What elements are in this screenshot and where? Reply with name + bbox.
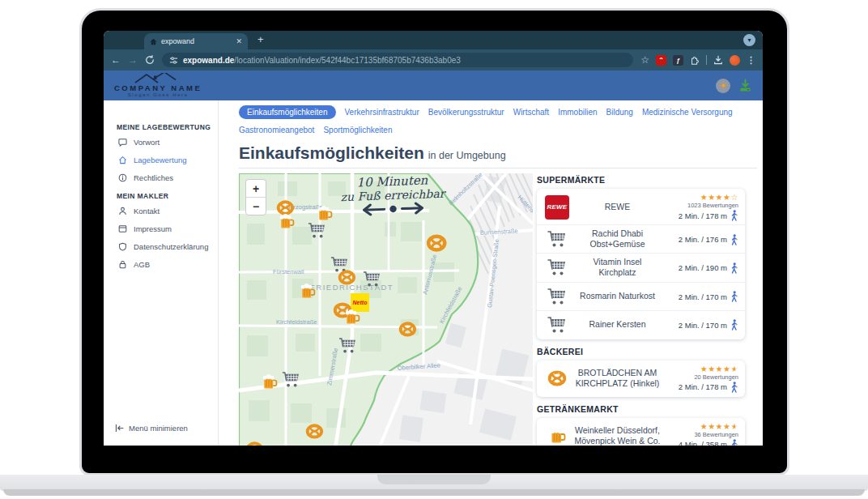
forward-icon[interactable]: → [128, 55, 138, 65]
poi-row-brotl-dchen-am-kirchplatz-hinkel[interactable]: BROTLÄDCHEN AM KIRCHPLATZ (Hinkel)★★★★★2… [537, 361, 745, 396]
pretzel-icon [547, 369, 567, 387]
downloads-icon[interactable] [713, 55, 723, 65]
refresh-icon[interactable] [145, 55, 155, 65]
sidebar-item-label: Lagebewertung [134, 156, 187, 164]
walking-person-icon [730, 262, 738, 274]
sidebar-item-label: AGB [134, 260, 150, 269]
poi-icon-cell [543, 230, 571, 248]
sidebar-item-label: Impressum [134, 224, 172, 233]
poi-meta: 2 Min. / 190 m [664, 262, 738, 274]
sidebar-item-label: Datenschutzerklärung [134, 242, 208, 251]
poi-row-rachid-dhabi-obst-gem-se[interactable]: Rachid Dhabi Obst+Gemüse2 Min. / 176 m [537, 224, 745, 253]
sidebar-item-label: Vorwort [134, 138, 160, 147]
poi-distance: 2 Min. / 178 m [664, 210, 738, 221]
back-icon[interactable]: ← [111, 55, 121, 65]
site-settings-icon[interactable] [169, 56, 178, 65]
tab-bev-lkerungsstruktur[interactable]: Bevölkerungsstruktur [428, 106, 504, 118]
home-icon [118, 156, 127, 164]
poi-reviews: 20 Bewertungen [664, 373, 738, 381]
export-download-button[interactable] [738, 79, 752, 92]
map-zoom-in-button[interactable]: + [246, 180, 266, 198]
toolbar-divider [706, 55, 707, 65]
tab-title: expowand [161, 37, 232, 45]
sidebar-item-datenschutzerkl-rung[interactable]: Datenschutzerklärung [118, 242, 218, 251]
double-arrow-icon [362, 202, 424, 217]
tab-bildung[interactable]: Bildung [606, 106, 633, 118]
minimize-menu-button[interactable]: Menü minimieren [115, 424, 188, 433]
sidebar-section-title: MEIN MAKLER [117, 192, 218, 200]
tab-search-chevron-icon[interactable]: ▾ [743, 34, 755, 46]
browser-window: expowand ✕ + ▾ ← → expowand.de/locationV… [104, 31, 763, 446]
company-name: COMPANY NAME [114, 84, 202, 92]
sidebar: MEINE LAGEBEWERTUNGVorwortLagebewertungR… [104, 100, 219, 446]
poi-distance: 2 Min. / 190 m [664, 262, 738, 274]
netto-marker: Netto [351, 293, 369, 312]
poi-meta: 2 Min. / 176 m [664, 233, 738, 245]
favicon-home-icon [150, 38, 157, 45]
tab-wirtschaft[interactable]: Wirtschaft [513, 106, 549, 118]
poi-name: Rainer Kersten [571, 319, 664, 330]
sidebar-item-lagebewertung[interactable]: Lagebewertung [118, 156, 218, 164]
poi-meta: ★★★★★36 Bewertungen4 Min. / 358 m [664, 422, 738, 446]
sidebar-item-impressum[interactable]: Impressum [118, 224, 218, 233]
toolbar-right: ☆ ⌃ ƒ ⋮ [640, 55, 755, 66]
district-label: FRIEDRICHSTADT [310, 283, 394, 292]
tab-einkaufsm-glichkeiten[interactable]: Einkaufsmöglichkeiten [239, 105, 336, 119]
bookmark-star-icon[interactable]: ☆ [640, 55, 649, 65]
poi-meta: 2 Min. / 170 m [664, 290, 738, 302]
main-content: EinkaufsmöglichkeitenVerkehrsinfrastrukt… [219, 100, 763, 446]
poi-card: REWEREWE★★★★☆1023 Bewertungen2 Min. / 17… [537, 189, 745, 339]
tab-medizinische-versorgung[interactable]: Medizinische Versorgung [642, 106, 733, 118]
poi-row-weinkeller-d-sseldorf-m-venpick-wein-co[interactable]: Weinkeller Düsseldorf, Mövenpick Wein & … [537, 419, 745, 446]
sidebar-item-vorwort[interactable]: Vorwort [118, 138, 218, 147]
poi-section-title-getr-nkemarkt: GETRÄNKEMARKT [537, 404, 745, 414]
walk-time-annotation: 10 Minuten zu Fuß erreichbar [319, 173, 466, 221]
poi-meta: ★★★★★20 Bewertungen2 Min. / 178 m [664, 365, 738, 393]
poi-icon-cell [543, 369, 571, 387]
poi-meta: 2 Min. / 170 m [664, 318, 738, 331]
star-rating: ★★★★★ [664, 422, 738, 431]
title-divider [239, 168, 757, 168]
browser-tab[interactable]: expowand ✕ [144, 33, 248, 49]
new-tab-button[interactable]: + [257, 33, 264, 45]
poi-icon-cell [543, 426, 571, 446]
poi-row-rosmarin-naturkost[interactable]: Rosmarin Naturkost2 Min. / 170 m [537, 282, 745, 310]
poi-row-rainer-kersten[interactable]: Rainer Kersten2 Min. / 170 m [537, 310, 745, 339]
sidebar-item-kontakt[interactable]: Kontakt [118, 207, 218, 215]
theme-toggle-button[interactable] [716, 79, 730, 93]
poi-distance: 2 Min. / 170 m [664, 291, 738, 302]
pdf-extension-icon[interactable]: ⌃ [656, 55, 666, 66]
poi-icon-cell: REWE [543, 195, 571, 220]
tab-gastronomieangebot[interactable]: Gastronomieangebot [239, 124, 314, 136]
extensions-puzzle-icon[interactable] [690, 55, 700, 65]
poi-row-rewe[interactable]: REWEREWE★★★★☆1023 Bewertungen2 Min. / 17… [537, 190, 745, 224]
sidebar-section-title: MEINE LAGEBEWERTUNG [117, 123, 218, 131]
tab-immobilien[interactable]: Immobilien [558, 106, 597, 118]
chat-bubble-icon [118, 138, 127, 147]
tab-sportm-glichkeiten[interactable]: Sportmöglichkeiten [323, 124, 392, 136]
sidebar-item-agb[interactable]: AGB [118, 260, 218, 269]
url-bar[interactable]: expowand.de/locationValuation/index/542f… [162, 53, 633, 67]
map[interactable]: FürstenwallKirchfeldstraßeOberbilker All… [239, 173, 533, 446]
walking-person-icon [730, 210, 738, 221]
poi-row-vitamin-insel-kirchplatz[interactable]: Vitamin Insel Kirchplatz2 Min. / 190 m [537, 253, 745, 281]
script-extension-icon[interactable]: ƒ [673, 55, 683, 66]
profile-avatar[interactable] [730, 55, 740, 66]
rewe-logo: REWE [545, 195, 569, 220]
poi-card: BROTLÄDCHEN AM KIRCHPLATZ (Hinkel)★★★★★2… [537, 360, 745, 397]
map-zoom-control: + − [245, 179, 266, 215]
poi-name: BROTLÄDCHEN AM KIRCHPLATZ (Hinkel) [571, 368, 664, 389]
browser-menu-icon[interactable]: ⋮ [747, 55, 755, 66]
page: expowand ✕ + ▾ ← → expowand.de/locationV… [0, 0, 868, 499]
map-zoom-out-button[interactable]: − [246, 198, 266, 215]
tab-close-icon[interactable]: ✕ [236, 38, 242, 45]
company-logo[interactable]: COMPANY NAME Slogan Goes Here [114, 73, 202, 98]
shopping-cart-icon [547, 288, 567, 305]
poi-card: Weinkeller Düsseldorf, Mövenpick Wein & … [537, 418, 745, 446]
sidebar-item-rechtliches[interactable]: Rechtliches [118, 173, 218, 182]
collapse-arrow-icon [115, 424, 124, 432]
svg-text:Netto: Netto [353, 300, 368, 305]
walking-person-icon [730, 439, 738, 446]
shopping-cart-icon [547, 258, 567, 276]
tab-verkehrsinfrastruktur[interactable]: Verkehrsinfrastruktur [345, 106, 419, 118]
